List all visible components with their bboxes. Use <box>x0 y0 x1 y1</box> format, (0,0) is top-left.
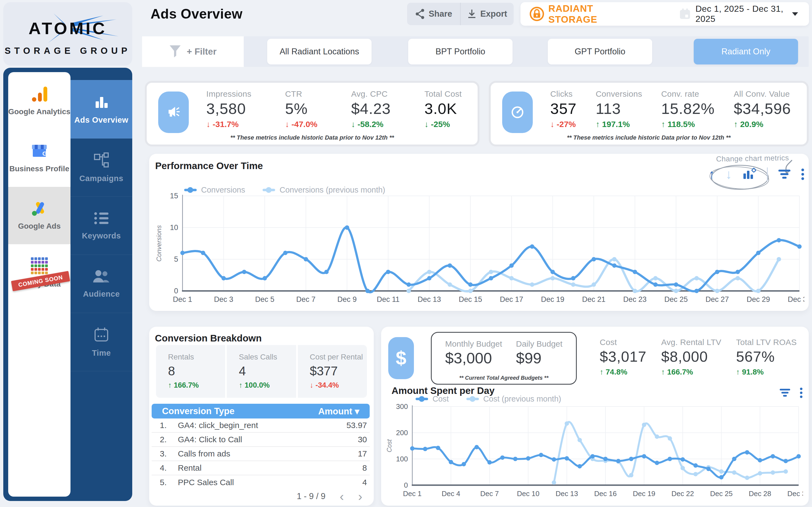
date-range-value[interactable]: Dec 1, 2025 - Dec 31, 2025 <box>695 4 792 24</box>
kebab-menu-icon[interactable] <box>801 168 804 180</box>
table-row[interactable]: 3. Calls from ads 17 <box>152 447 370 461</box>
nav-item-label: Ads Overview <box>74 116 128 124</box>
metric-delta: -25% <box>431 120 450 129</box>
campaigns-icon <box>94 152 109 168</box>
sidebar-item-cubby-data[interactable]: Cubby Data COMING SOON <box>8 244 70 301</box>
svg-text:Dec 13: Dec 13 <box>555 490 578 498</box>
metric-cost-per-rental: Cost per Rental $377 ↓ -34.4% <box>298 345 367 398</box>
trend-down-icon: ↓ <box>351 120 355 129</box>
svg-text:Dec 21: Dec 21 <box>582 295 606 303</box>
svg-text:Dec 15: Dec 15 <box>459 295 482 303</box>
svg-text:Dec 19: Dec 19 <box>633 490 655 498</box>
column-header-amount[interactable]: Amount ▾ <box>318 406 359 416</box>
svg-text:Dec 29: Dec 29 <box>747 295 770 303</box>
export-button[interactable]: Export <box>460 3 513 25</box>
megaphone-tile <box>158 92 189 133</box>
metric-value: $8,000 <box>661 348 721 365</box>
nav-item-label: Time <box>92 349 111 357</box>
svg-text:Dec 7: Dec 7 <box>480 490 499 498</box>
radiant-lock-icon <box>529 5 545 23</box>
column-header-conversion-type[interactable]: Conversion Type <box>162 406 234 416</box>
metric-label: All Conv. Value <box>734 89 791 99</box>
spend-chart: 0100200300Dec 1Dec 4Dec 7Dec 10Dec 13Dec… <box>385 402 803 500</box>
metric-sales-calls: Sales Calls 4 ↑ 100.0% <box>227 345 296 398</box>
trend-down-icon: ↓ <box>285 120 289 129</box>
metric-delta: 20.9% <box>740 120 763 129</box>
nav-item-keywords[interactable]: Keywords <box>70 197 132 255</box>
svg-text:Dec 10: Dec 10 <box>517 490 539 498</box>
row-type: Calls from ads <box>178 449 358 458</box>
sidebar-item-business-profile[interactable]: G Business Profile <box>8 129 70 187</box>
svg-text:Dec 11: Dec 11 <box>377 295 400 303</box>
breakdown-metrics: Rentals 8 ↑ 166.7% Sales Calls 4 ↑ 100.0… <box>156 345 367 398</box>
nav-item-time[interactable]: Time <box>70 313 132 371</box>
row-index: 3. <box>160 449 178 458</box>
nav-item-audience[interactable]: Audience <box>70 255 132 313</box>
table-row[interactable]: 1. GA4: click_begin_rent 53.97 <box>152 418 370 433</box>
svg-text:Dec 23: Dec 23 <box>623 295 647 303</box>
sidebar-item-google-analytics[interactable]: Google Analytics <box>8 72 70 129</box>
metric-label: Rentals <box>168 353 225 361</box>
filter-button-radiant-only[interactable]: Radiant Only <box>694 39 798 64</box>
metric-delta: -47.0% <box>291 120 318 129</box>
pagination-next-icon[interactable]: › <box>358 490 362 503</box>
performance-over-time-card: Performance Over Time Change chart metri… <box>149 154 809 311</box>
row-type: PPC Sales Call <box>178 478 362 487</box>
company-logo: ATOMIC STORAGE GROUP <box>3 2 132 66</box>
svg-text:Dec 7: Dec 7 <box>296 295 316 303</box>
pagination-prev-icon[interactable]: ‹ <box>340 490 344 503</box>
table-row[interactable]: 5. PPC Sales Call 4 <box>152 475 370 490</box>
row-amount: 17 <box>358 449 367 458</box>
filter-button-all-radiant-locations[interactable]: All Radiant Locations <box>267 39 372 64</box>
metric-label: Monthly Budget <box>445 339 502 349</box>
filter-button-bpt-portfolio[interactable]: BPT Portfolio <box>408 39 512 64</box>
chart-toolbar: ↑ ↓ <box>708 167 804 181</box>
chevron-down-icon[interactable] <box>792 12 798 16</box>
svg-text:Dec 9: Dec 9 <box>337 295 357 303</box>
svg-text:Conversions: Conversions <box>155 225 163 262</box>
trend-up-icon: ↑ <box>168 381 172 389</box>
filter-label: + Filter <box>186 46 216 57</box>
svg-text:Dec 17: Dec 17 <box>500 295 523 303</box>
filter-lines-icon[interactable] <box>778 170 791 179</box>
table-row[interactable]: 2. GA4: Click to Call 30 <box>152 433 370 447</box>
row-type: Rental <box>178 463 362 472</box>
sort-down-icon[interactable]: ↓ <box>725 168 732 181</box>
metric-value: $377 <box>310 363 367 378</box>
filter-lines-icon[interactable] <box>779 389 791 397</box>
budget-spend-card: $ Monthly Budget $3,000 Daily Budget $99… <box>381 327 809 506</box>
sidebar-item-google-ads[interactable]: Google Ads <box>8 187 70 244</box>
metric-value: $3,017 <box>600 348 646 365</box>
trend-up-icon: ↑ <box>734 120 738 129</box>
metric-value: 3,580 <box>206 100 251 117</box>
sidebar-item-label: Google Analytics <box>8 107 70 116</box>
svg-text:Dec 25: Dec 25 <box>710 490 733 498</box>
kebab-menu-icon[interactable] <box>800 387 803 398</box>
gauge-icon <box>510 105 525 120</box>
chart-settings-icon[interactable] <box>742 167 757 181</box>
add-filter-button[interactable]: + Filter <box>142 36 244 67</box>
table-row[interactable]: 4. Rental 8 <box>152 461 370 475</box>
metric-value: $3,000 <box>445 349 502 367</box>
filter-button-gpt-portfolio[interactable]: GPT Portfolio <box>548 39 652 64</box>
metric-avg-rental-ltv: Avg. Rental LTV $8,000 ↑ 166.7% <box>661 338 721 377</box>
budget-footnote: ** Current Total Agreed Budgets ** <box>432 375 576 381</box>
nav-item-ads-overview[interactable]: Ads Overview <box>70 80 132 138</box>
metric-cost: Cost $3,017 ↑ 74.8% <box>600 338 646 377</box>
sidebar-item-label: Google Ads <box>18 222 61 231</box>
nav-item-campaigns[interactable]: Campaigns <box>70 138 132 197</box>
row-type: GA4: Click to Call <box>178 435 358 444</box>
sidebar-sources: Google Analytics G Business Profile Goog… <box>8 72 70 497</box>
sort-up-icon[interactable]: ↑ <box>708 168 715 181</box>
historic-data-footnote: ** These metrics include historic Data p… <box>147 134 478 141</box>
row-amount: 53.97 <box>346 421 367 430</box>
filter-button-label: GPT Portfolio <box>575 47 626 57</box>
section-title: Performance Over Time <box>155 160 263 171</box>
metric-delta: -34.4% <box>316 381 339 389</box>
metric-label: Avg. Rental LTV <box>661 338 721 347</box>
svg-text:Dec 4: Dec 4 <box>441 490 460 498</box>
share-button[interactable]: Share <box>407 3 460 25</box>
row-amount: 8 <box>362 463 367 472</box>
client-header-card: RADIANT STORAGE Dec 1, 2025 - Dec 31, 20… <box>521 2 809 26</box>
svg-text:300: 300 <box>396 402 408 410</box>
